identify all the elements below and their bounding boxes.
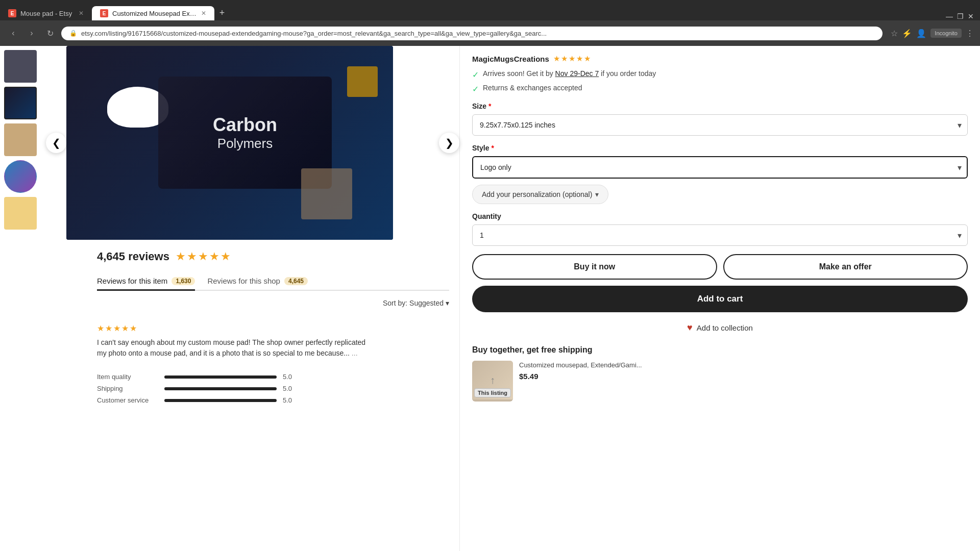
address-bar[interactable]: 🔒 etsy.com/listing/916715668/customized-… xyxy=(61,27,883,40)
left-section-inner: ❮ Carbon Polymers xyxy=(0,46,459,408)
thumbnail-2[interactable] xyxy=(4,87,37,119)
extensions-icon[interactable]: ⚡ xyxy=(902,29,912,38)
rating-shipping-bar-bg xyxy=(164,387,277,390)
minimize-button[interactable]: — xyxy=(946,12,953,20)
tab-1-close[interactable]: ✕ xyxy=(79,10,84,17)
sort-label: Sort by: Suggested xyxy=(383,299,444,307)
menu-icon[interactable]: ⋮ xyxy=(966,29,974,38)
seller-stars: ★ ★ ★ ★ ★ xyxy=(553,54,591,63)
rating-item-quality: Item quality 5.0 xyxy=(97,373,449,381)
rating-customer-service: Customer service 5.0 xyxy=(97,396,449,404)
star-1: ★ xyxy=(176,250,186,263)
rating-quality-bar-fill xyxy=(164,375,277,379)
address-text: etsy.com/listing/916715668/customized-mo… xyxy=(81,30,874,37)
add-to-cart-button[interactable]: Add to cart xyxy=(472,286,968,312)
reviews-count: 4,645 reviews xyxy=(97,250,169,263)
forward-button[interactable]: › xyxy=(24,26,39,40)
style-select[interactable]: Logo only xyxy=(472,156,968,179)
heart-icon: ♥ xyxy=(687,322,693,333)
style-select-wrapper: Logo only ▾ xyxy=(472,156,968,179)
sort-chevron-icon: ▾ xyxy=(446,299,449,307)
tab-reviews-item-label: Reviews for this item xyxy=(97,277,167,285)
tab-2-label: Customized Mousepad Extende... xyxy=(112,10,197,17)
star-2: ★ xyxy=(187,250,197,263)
add-to-collection-button[interactable]: ♥ Add to collection xyxy=(472,318,968,337)
rating-shipping: Shipping 5.0 xyxy=(97,385,449,392)
reviews-section: 4,645 reviews ★ ★ ★ ★ ★ Reviews for this… xyxy=(46,240,459,408)
tab-1-favicon: E xyxy=(8,9,16,17)
profile-icon[interactable]: 👤 xyxy=(916,29,926,38)
upload-icon: ↑ xyxy=(490,374,495,386)
ratings-breakdown: Item quality 5.0 Shipping 5.0 xyxy=(97,373,449,404)
buy-now-button[interactable]: Buy it now xyxy=(472,254,717,280)
left-main: ❮ Carbon Polymers xyxy=(46,46,459,408)
browser-chrome: E Mouse pad - Etsy ✕ E Customized Mousep… xyxy=(0,0,980,46)
sort-row: Sort by: Suggested ▾ xyxy=(97,299,449,307)
prev-image-button[interactable]: ❮ xyxy=(46,133,66,153)
star-5: ★ xyxy=(220,250,231,263)
style-label: Style * xyxy=(472,144,968,152)
review-tabs: Reviews for this item 1,630 Reviews for … xyxy=(97,271,449,291)
rating-quality-label: Item quality xyxy=(97,373,158,381)
check-icon-delivery: ✓ xyxy=(472,70,479,80)
tab-reviews-shop-count: 4,645 xyxy=(284,277,308,285)
size-select-wrapper: 9.25x7.75x0.125 inches ▾ xyxy=(472,114,968,136)
bookmark-icon[interactable]: ☆ xyxy=(891,29,898,38)
seller-info: MagicMugsCreations ★ ★ ★ ★ ★ xyxy=(472,54,968,63)
review-1-stars: ★ ★ ★ ★ ★ xyxy=(97,323,449,333)
thumbnail-5[interactable] xyxy=(4,197,37,230)
read-more-button[interactable]: ... xyxy=(352,349,358,357)
tab-1[interactable]: E Mouse pad - Etsy ✕ xyxy=(0,6,92,20)
personalization-chevron-icon: ▾ xyxy=(595,190,599,198)
add-collection-label: Add to collection xyxy=(697,323,753,332)
thumbnail-3[interactable] xyxy=(4,123,37,156)
style-required-star: * xyxy=(491,144,494,152)
bundle-item-1: ↑ This listing Customized mousepad, Exte… xyxy=(472,361,968,402)
quantity-select[interactable]: 1 xyxy=(472,224,968,246)
maximize-button[interactable]: ❐ xyxy=(957,12,964,20)
left-panel: ❮ Carbon Polymers xyxy=(0,46,459,551)
close-button[interactable]: ✕ xyxy=(968,12,974,20)
personalization-button[interactable]: Add your personalization (optional) ▾ xyxy=(472,185,608,204)
quantity-select-wrapper: 1 ▾ xyxy=(472,224,968,246)
returns-info-row: ✓ Returns & exchanges accepted xyxy=(472,84,968,94)
rating-quality-bar-bg xyxy=(164,375,277,379)
lock-icon: 🔒 xyxy=(69,30,77,37)
back-button[interactable]: ‹ xyxy=(6,26,20,40)
tab-reviews-item-count: 1,630 xyxy=(172,277,195,285)
tab-2-favicon: E xyxy=(100,9,108,17)
reload-button[interactable]: ↻ xyxy=(43,26,57,40)
prev-arrow-icon: ❮ xyxy=(52,137,61,149)
thumbnail-4[interactable] xyxy=(4,160,37,193)
size-label: Size * xyxy=(472,102,968,110)
make-offer-button[interactable]: Make an offer xyxy=(723,254,968,280)
brand-line1: Carbon xyxy=(213,114,277,136)
bundle-item-name: Customized mousepad, Extended/Gami... xyxy=(519,361,968,370)
right-panel: MagicMugsCreations ★ ★ ★ ★ ★ ✓ Arrives s… xyxy=(459,46,980,551)
thumbnail-1[interactable] xyxy=(4,50,37,83)
bundle-info: Customized mousepad, Extended/Gami... $5… xyxy=(519,361,968,381)
sort-button[interactable]: Sort by: Suggested ▾ xyxy=(383,299,449,307)
new-tab-button[interactable]: + xyxy=(214,5,230,20)
buy-together-section: Buy together, get free shipping ↑ This l… xyxy=(472,345,968,402)
delivery-date-link[interactable]: Nov 29-Dec 7 xyxy=(555,69,599,78)
tab-controls: — ❐ ✕ xyxy=(940,12,980,20)
buy-offer-row: Buy it now Make an offer xyxy=(472,254,968,280)
size-select[interactable]: 9.25x7.75x0.125 inches xyxy=(472,114,968,136)
brand-line2: Polymers xyxy=(217,136,273,152)
buy-together-title: Buy together, get free shipping xyxy=(472,345,968,355)
returns-text: Returns & exchanges accepted xyxy=(483,84,582,92)
delivery-info-row: ✓ Arrives soon! Get it by Nov 29-Dec 7 i… xyxy=(472,69,968,80)
star-4: ★ xyxy=(209,250,219,263)
tab-reviews-shop[interactable]: Reviews for this shop 4,645 xyxy=(207,272,308,291)
tab-2-close[interactable]: ✕ xyxy=(201,10,206,17)
browser-nav: ‹ › ↻ 🔒 etsy.com/listing/916715668/custo… xyxy=(0,20,980,46)
next-image-button[interactable]: ❯ xyxy=(439,133,459,153)
size-required-star: * xyxy=(488,102,491,110)
review-1-text: I can't say enough about my custom mouse… xyxy=(97,337,373,359)
tab-2[interactable]: E Customized Mousepad Extende... ✕ xyxy=(92,6,214,20)
tab-reviews-item[interactable]: Reviews for this item 1,630 xyxy=(97,272,195,291)
delivery-text: Arrives soon! Get it by Nov 29-Dec 7 if … xyxy=(483,69,656,78)
listing-badge: This listing xyxy=(474,388,511,397)
next-arrow-icon: ❯ xyxy=(445,137,454,149)
